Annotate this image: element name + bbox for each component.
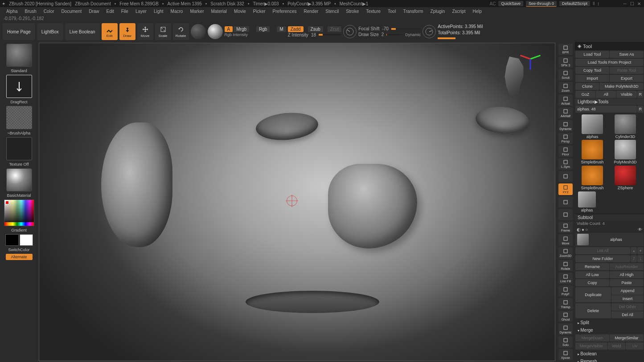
tool-item-zsphere[interactable]: ZSphere — [609, 166, 641, 190]
rshelf-xyz[interactable]: XYZ — [558, 183, 573, 195]
swatch-black[interactable] — [5, 234, 19, 246]
menu-zplugin[interactable]: Zplugin — [428, 8, 448, 15]
export-button[interactable]: Export — [610, 75, 644, 82]
alternate-button[interactable]: Alternate — [6, 254, 33, 260]
rshelf-line-fill[interactable]: Line Fill — [558, 273, 573, 284]
switch-color-label[interactable]: SwitchColor — [8, 247, 29, 253]
move-mode-button[interactable]: Move — [137, 23, 153, 40]
tool-item-cylinder3d[interactable]: Cylinder3D — [609, 114, 641, 139]
close-icon[interactable]: ✕ — [636, 1, 642, 6]
zadd-button[interactable]: Zadd — [288, 26, 304, 32]
all-high-button[interactable]: All High — [610, 271, 644, 278]
menu-light[interactable]: Light — [151, 8, 166, 15]
menu-draw[interactable]: Draw — [86, 8, 102, 15]
weld-button[interactable]: Weld — [608, 342, 626, 350]
menu-brush[interactable]: Brush — [22, 8, 39, 15]
rshelf-polyf[interactable]: PolyF — [558, 285, 573, 297]
paste-tool-button[interactable]: Paste Tool — [610, 67, 644, 74]
auto-reorder-button[interactable]: AutoReorder — [610, 263, 644, 270]
new-folder-button[interactable]: New Folder — [575, 255, 630, 262]
a-button[interactable]: A — [225, 26, 233, 32]
paste-button[interactable]: Paste — [610, 279, 644, 286]
subtool-item[interactable]: alphas — [575, 233, 644, 246]
menu-stencil[interactable]: Stencil — [323, 8, 341, 15]
menu-file[interactable]: File — [119, 8, 131, 15]
see-through-slider[interactable]: See-through 0 — [526, 1, 557, 7]
menu-transform[interactable]: Transform — [400, 8, 426, 15]
rshelf-btn12[interactable] — [558, 196, 573, 208]
split-section[interactable]: Split — [575, 319, 644, 326]
rshelf-btn13[interactable] — [558, 209, 573, 220]
draw-size-slider[interactable] — [386, 34, 402, 35]
focal-dial[interactable] — [343, 25, 357, 38]
z-intensity-slider[interactable] — [319, 34, 341, 35]
menu-layer[interactable]: Layer — [133, 8, 149, 15]
brush-thumbnail[interactable] — [6, 44, 32, 67]
maximize-icon[interactable]: ☐ — [629, 1, 635, 6]
uv-button[interactable]: Uv — [626, 342, 644, 350]
alphas-count[interactable]: alphas. 48 — [575, 106, 637, 113]
menu-render[interactable]: Render — [301, 8, 321, 15]
load-tool-button[interactable]: Load Tool — [575, 51, 609, 58]
menu-preferences[interactable]: Preferences — [270, 8, 299, 15]
rshelf-l.sym[interactable]: L.Sym — [558, 158, 573, 170]
down-arrow-icon[interactable]: ▾ — [637, 247, 644, 254]
folder-up-icon[interactable]: ⤴ — [631, 255, 637, 262]
subtool-mode-icon[interactable]: ◐ — [577, 227, 581, 232]
rshelf-move[interactable]: Move — [558, 234, 573, 246]
rshelf-ghost[interactable]: Ghost — [558, 311, 573, 322]
r-button-2[interactable]: R — [637, 106, 644, 113]
remesh-section[interactable]: Remesh — [575, 358, 644, 362]
rshelf-floor[interactable]: Floor — [558, 146, 573, 157]
del-all-button[interactable]: Del All — [611, 311, 644, 319]
gyro-button[interactable] — [191, 24, 206, 39]
delete-button[interactable]: Delete — [575, 303, 611, 318]
copy-tool-button[interactable]: Copy Tool — [575, 67, 609, 74]
sphere-button[interactable] — [208, 24, 223, 39]
rshelf-bpr[interactable]: BPR — [558, 44, 573, 55]
subtool-mode-icon[interactable]: ● — [582, 227, 584, 232]
tool-header[interactable]: ◈Tool — [575, 42, 644, 50]
quicksave-button[interactable]: QuickSave — [498, 1, 523, 6]
list-all-button[interactable]: List All — [575, 247, 630, 254]
del-other-button[interactable]: Del Other — [611, 303, 644, 311]
alpha-thumbnail[interactable] — [6, 106, 32, 129]
rename-button[interactable]: Rename — [575, 263, 609, 270]
tool-item-simplebrush[interactable]: SimpleBrush — [576, 166, 608, 190]
rshelf-spix-3[interactable]: SPix 3 — [558, 57, 573, 68]
menu-edit[interactable]: Edit — [104, 8, 117, 15]
lightbox-tools-header[interactable]: Lightbox▶Tools — [575, 98, 644, 105]
merge-visible-button[interactable]: MergeVisible — [575, 342, 607, 350]
tool-item-alphas[interactable]: alphas — [576, 114, 608, 139]
menu-tool[interactable]: Tool — [385, 8, 398, 15]
menu-icon[interactable]: ⫶ — [597, 1, 599, 6]
menu-zscript[interactable]: Zscript — [449, 8, 468, 15]
material-thumbnail[interactable] — [6, 168, 32, 191]
menu-help[interactable]: Help — [470, 8, 484, 15]
tool-item-current[interactable]: alphas — [576, 191, 598, 212]
append-button[interactable]: Append — [611, 287, 644, 295]
duplicate-button[interactable]: Duplicate — [575, 287, 611, 302]
lightbox-button[interactable]: LightBox — [37, 23, 63, 40]
live-boolean-button[interactable]: Live Boolean — [65, 23, 100, 40]
draw-mode-button[interactable]: Draw — [119, 23, 135, 40]
rshelf-transp[interactable]: Transp — [558, 298, 573, 309]
rotate-mode-button[interactable]: Rotate — [173, 23, 189, 40]
texture-thumbnail[interactable] — [6, 137, 32, 160]
viewport[interactable] — [39, 43, 555, 361]
home-page-button[interactable]: Home Page — [3, 23, 35, 40]
load-project-button[interactable]: Load Tools From Project — [575, 59, 644, 66]
merge-similar-button[interactable]: MergeSimilar — [610, 334, 644, 342]
rshelf-scroll[interactable]: Scroll — [558, 69, 573, 81]
menu-material[interactable]: Material — [209, 8, 230, 15]
eye-icon[interactable]: 👁 — [638, 227, 642, 232]
rshelf-rotate[interactable]: Rotate — [558, 260, 573, 272]
menu-icon[interactable]: ⫴ — [593, 1, 595, 6]
minimize-icon[interactable]: ─ — [622, 1, 628, 6]
merge-down-button[interactable]: MergeDown — [575, 334, 609, 342]
rshelf-actual[interactable]: Actual — [558, 94, 573, 106]
menu-color[interactable]: Color — [41, 8, 57, 15]
rshelf-xpose[interactable]: Xpose — [558, 349, 573, 361]
rshelf-frame[interactable]: Frame — [558, 222, 573, 233]
rgb-button[interactable]: Rgb — [256, 26, 270, 32]
